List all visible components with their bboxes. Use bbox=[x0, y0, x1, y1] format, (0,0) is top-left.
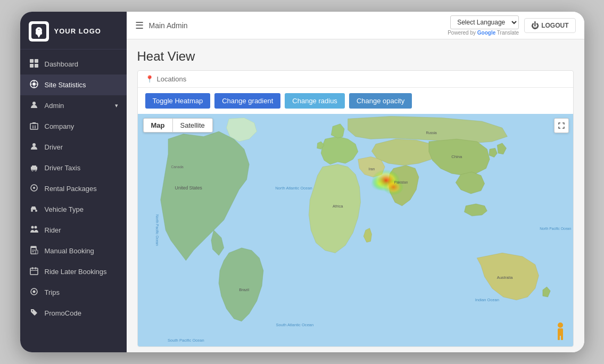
svg-rect-34 bbox=[30, 268, 38, 275]
svg-point-24 bbox=[33, 187, 35, 189]
sidebar-item-label: Trips bbox=[45, 288, 60, 296]
svg-text:North Pacific Ocean: North Pacific Ocean bbox=[155, 214, 159, 246]
google-brand-text: Google bbox=[477, 30, 495, 36]
svg-point-13 bbox=[32, 102, 36, 105]
topbar-right: Select Language Powered by Google Transl… bbox=[448, 15, 575, 36]
svg-text:Canada: Canada bbox=[171, 165, 184, 169]
svg-text:Africa: Africa bbox=[332, 204, 343, 209]
sidebar-item-label: Driver Taxis bbox=[45, 164, 81, 172]
manual-booking-icon bbox=[29, 246, 39, 256]
map-tab-satellite[interactable]: Satellite bbox=[173, 119, 212, 132]
sidebar-logo: YOUR LOGO bbox=[20, 12, 127, 49]
svg-text:United States: United States bbox=[175, 185, 202, 191]
svg-text:South Pacific Ocean: South Pacific Ocean bbox=[167, 338, 204, 343]
sidebar-item-label: Company bbox=[45, 122, 75, 130]
svg-rect-60 bbox=[558, 328, 563, 336]
sidebar-item-vehicle-type[interactable]: Vehicle Type bbox=[20, 199, 127, 220]
sidebar-item-promocode[interactable]: PromoCode bbox=[20, 303, 127, 324]
svg-rect-16 bbox=[35, 126, 36, 127]
svg-rect-61 bbox=[558, 335, 560, 340]
svg-rect-4 bbox=[35, 59, 38, 63]
change-gradient-button[interactable]: Change gradient bbox=[214, 93, 280, 109]
logo-text: YOUR LOGO bbox=[54, 27, 101, 36]
sidebar-item-label: Vehicle Type bbox=[45, 205, 84, 213]
chevron-down-icon: ▾ bbox=[115, 102, 118, 109]
dashboard-icon bbox=[29, 59, 39, 69]
pegman-icon[interactable] bbox=[553, 322, 568, 341]
svg-rect-20 bbox=[31, 167, 37, 170]
driver-taxis-icon bbox=[29, 163, 39, 173]
sidebar-item-label: Dashboard bbox=[45, 60, 79, 68]
sidebar-item-label: Admin bbox=[45, 102, 64, 110]
card-header: 📍 Locations bbox=[138, 71, 573, 88]
svg-point-22 bbox=[35, 170, 36, 171]
language-select[interactable]: Select Language bbox=[450, 15, 519, 29]
admin-icon bbox=[29, 101, 39, 111]
map-expand-button[interactable] bbox=[554, 118, 569, 133]
map-tab-map[interactable]: Map bbox=[144, 119, 173, 132]
change-radius-button[interactable]: Change radius bbox=[285, 93, 345, 109]
svg-text:Brazil: Brazil bbox=[239, 287, 249, 292]
toggle-heatmap-button[interactable]: Toggle Heatmap bbox=[145, 93, 211, 109]
site-statistics-icon bbox=[29, 80, 39, 90]
card-header-label: Locations bbox=[157, 75, 187, 83]
sidebar-item-label: Rental Packages bbox=[45, 185, 97, 193]
sidebar-item-driver[interactable]: Driver bbox=[20, 137, 127, 158]
sidebar-item-admin[interactable]: Admin ▾ bbox=[20, 95, 127, 116]
logout-button[interactable]: ⏻ LOGOUT bbox=[524, 18, 575, 33]
sidebar-item-ride-later[interactable]: Ride Later Bookings bbox=[20, 261, 127, 282]
sidebar-navigation: Dashboard Site Statistics bbox=[20, 49, 127, 352]
svg-rect-6 bbox=[35, 64, 38, 68]
map-container: United States Canada Brazil Africa Russi… bbox=[138, 114, 573, 346]
sidebar-item-dashboard[interactable]: Dashboard bbox=[20, 54, 127, 75]
svg-text:South Atlantic Ocean: South Atlantic Ocean bbox=[276, 322, 313, 327]
sidebar-item-company[interactable]: Company bbox=[20, 116, 127, 137]
rider-icon bbox=[29, 225, 39, 235]
svg-text:Indian Ocean: Indian Ocean bbox=[475, 297, 499, 302]
svg-rect-15 bbox=[32, 126, 34, 127]
card-toolbar: Toggle Heatmap Change gradient Change ra… bbox=[138, 88, 573, 114]
svg-rect-18 bbox=[35, 127, 36, 128]
logout-label: LOGOUT bbox=[541, 22, 568, 29]
vehicle-type-icon bbox=[29, 204, 39, 214]
sidebar-item-label: PromoCode bbox=[45, 309, 81, 317]
ride-later-icon bbox=[29, 267, 39, 277]
sidebar-item-label: Driver bbox=[45, 143, 63, 151]
svg-point-39 bbox=[32, 291, 35, 293]
svg-text:North Atlantic Ocean: North Atlantic Ocean bbox=[275, 186, 312, 191]
svg-point-26 bbox=[35, 210, 37, 212]
svg-rect-33 bbox=[36, 250, 38, 254]
svg-text:North Pacific Ocean: North Pacific Ocean bbox=[540, 227, 571, 231]
location-pin-icon: 📍 bbox=[145, 75, 154, 83]
main-content: ☰ Main Admin Select Language Powered by … bbox=[127, 12, 584, 352]
sidebar-item-manual-booking[interactable]: Manual Booking bbox=[20, 241, 127, 261]
map-tabs: Map Satellite bbox=[143, 118, 213, 133]
svg-rect-30 bbox=[31, 246, 36, 248]
sidebar-item-site-statistics[interactable]: Site Statistics bbox=[20, 75, 127, 95]
sidebar-item-rider[interactable]: Rider bbox=[20, 220, 127, 241]
svg-point-59 bbox=[558, 322, 563, 328]
svg-point-19 bbox=[32, 143, 36, 146]
svg-point-8 bbox=[32, 82, 36, 86]
sidebar-item-driver-taxis[interactable]: Driver Taxis bbox=[20, 158, 127, 178]
heatview-card: 📍 Locations Toggle Heatmap Change gradie… bbox=[137, 70, 574, 347]
sidebar-item-label: Rider bbox=[45, 226, 61, 234]
promocode-icon bbox=[29, 308, 39, 318]
change-opacity-button[interactable]: Change opacity bbox=[349, 93, 412, 109]
driver-icon bbox=[29, 142, 39, 152]
sidebar-item-trips[interactable]: Trips bbox=[20, 282, 127, 303]
topbar-title: Main Admin bbox=[149, 21, 443, 30]
power-icon: ⏻ bbox=[531, 21, 539, 30]
sidebar: YOUR LOGO Dashboard bbox=[20, 12, 127, 352]
sidebar-item-label: Manual Booking bbox=[45, 247, 94, 255]
svg-text:Russia: Russia bbox=[426, 131, 437, 135]
powered-by-text: Powered by Google Translate bbox=[448, 30, 519, 36]
svg-point-43 bbox=[370, 177, 388, 191]
translate-text: Translate bbox=[497, 30, 519, 36]
topbar: ☰ Main Admin Select Language Powered by … bbox=[127, 12, 584, 39]
company-icon bbox=[29, 121, 39, 131]
sidebar-item-rental-packages[interactable]: Rental Packages bbox=[20, 178, 127, 199]
svg-point-21 bbox=[31, 170, 33, 171]
hamburger-menu-icon[interactable]: ☰ bbox=[135, 20, 144, 31]
svg-point-28 bbox=[34, 226, 37, 229]
